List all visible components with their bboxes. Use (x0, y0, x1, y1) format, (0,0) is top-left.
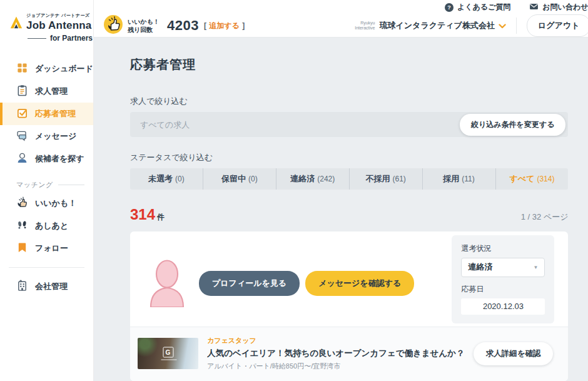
job-detail-button[interactable]: 求人詳細を確認 (474, 342, 554, 365)
tab-rejected[interactable]: 不採用 (61) (350, 168, 423, 190)
dashboard-icon (16, 62, 28, 76)
selection-status-value: 連絡済 (468, 262, 492, 273)
status-label: 選考状況 (461, 243, 545, 254)
select-arrow-icon: ▼ (534, 265, 539, 270)
sidebar: ジョブアンテナ パートナーズ Job Antenna for Partners (0, 0, 94, 381)
brand-logo[interactable]: ジョブアンテナ パートナーズ Job Antenna for Partners (0, 0, 93, 53)
job-info: カフェスタッフ 人気のベイエリア！気持ちの良いオープンカフェで働きませんか？ ア… (207, 336, 465, 371)
section-divider-line (58, 185, 84, 185)
building-icon (16, 280, 28, 293)
job-thumb-logo: G (163, 347, 173, 357)
sidebar-item-label: ダッシュボード (35, 63, 93, 74)
view-profile-button[interactable]: プロフィールを見る (199, 271, 300, 296)
question-icon: ? (445, 3, 454, 12)
footprints-icon (16, 219, 28, 233)
sidebar-divider (9, 267, 84, 268)
sidebar-item-label: フォロー (35, 243, 68, 254)
job-filter-input[interactable] (140, 120, 460, 130)
pagination: 1 / 32 ページ (521, 211, 569, 223)
logo-divider-line (28, 38, 46, 39)
sidebar-item-follow[interactable]: フォロー (0, 237, 93, 260)
company-name: 琉球インタラクティブ株式会社 (379, 20, 494, 31)
job-title: 人気のベイエリア！気持ちの良いオープンカフェで働きませんか？ (207, 348, 465, 359)
job-thumbnail-image[interactable]: G (138, 338, 198, 369)
job-category: カフェスタッフ (207, 336, 465, 345)
likes-badge-icon (104, 15, 123, 36)
checkbox-icon (16, 107, 28, 121)
logo-caption: ジョブアンテナ パートナーズ (26, 13, 92, 19)
company-selector[interactable]: 琉球インタラクティブ株式会社 (379, 20, 505, 31)
status-tabs: 未選考 (0) 保留中 (0) 連絡済 (242) 不採用 (61) 採用 (130, 168, 568, 190)
company-mini-logo: Ryukyu Interactive (355, 21, 375, 31)
tab-on-hold[interactable]: 保留中 (0) (203, 168, 276, 190)
chat-bubbles-icon (16, 130, 28, 143)
sidebar-item-label: 応募者管理 (35, 108, 76, 119)
sidebar-item-label: 求人管理 (35, 86, 68, 97)
apply-date-label: 応募日 (461, 284, 545, 295)
header: いいかも！ 残り回数 4203 [ 追加する ] Ryukyu Interact… (94, 14, 588, 38)
sidebar-item-applicants[interactable]: 応募者管理 (0, 103, 93, 125)
bookmark-icon (16, 241, 28, 255)
page-title: 応募者管理 (130, 56, 568, 73)
sidebar-item-label: 候補者を探す (35, 153, 84, 165)
topbar: ? よくあるご質問 お問い合わせ (94, 0, 588, 14)
status-filter-label: ステータスで絞り込む (130, 152, 568, 163)
likes-count: 4203 (167, 18, 199, 34)
likes-counter: いいかも！ 残り回数 4203 [ 追加する ] (104, 15, 245, 36)
app-window: ジョブアンテナ パートナーズ Job Antenna for Partners (0, 0, 588, 381)
add-label: 追加する (209, 21, 240, 30)
add-likes-link[interactable]: [ 追加する ] (204, 21, 245, 31)
applicant-card-top: プロフィールを見る メッセージを確認する 選考状況 連絡済 ▼ 応募日 2020… (130, 231, 568, 327)
tab-contacted[interactable]: 連絡済 (242) (276, 168, 350, 190)
applied-job-row: G カフェスタッフ 人気のベイエリア！気持ちの良いオープンカフェで働きませんか？… (130, 327, 568, 381)
sidebar-item-label: いいかも！ (35, 198, 76, 209)
main-content: 応募者管理 求人で絞り込む 絞り込み条件を変更する ステータスで絞り込む 未選考… (94, 38, 588, 381)
sidebar-section-matching: マッチング (16, 180, 84, 190)
antenna-logo-icon (9, 16, 24, 32)
tab-all[interactable]: すべて (314) (496, 168, 569, 190)
sidebar-item-company[interactable]: 会社管理 (0, 275, 93, 298)
header-divider (516, 18, 517, 34)
sidebar-item-label: メッセージ (35, 131, 76, 142)
job-meta: アルバイト・パート/時給850円〜/宜野湾市 (207, 362, 465, 371)
sidebar-item-label: あしあと (35, 220, 68, 231)
sidebar-item-messages[interactable]: メッセージ (0, 125, 93, 148)
likes-title: いいかも！ (128, 18, 160, 26)
bracket-close: ] (242, 21, 245, 30)
check-message-button[interactable]: メッセージを確認する (305, 271, 414, 296)
tab-hired[interactable]: 採用 (11) (423, 168, 496, 190)
selection-status-select[interactable]: 連絡済 ▼ (461, 258, 545, 277)
change-filter-button[interactable]: 絞り込み条件を変更する (460, 114, 565, 136)
logout-button[interactable]: ログアウト (527, 14, 588, 37)
thumbs-up-icon (16, 196, 28, 210)
sidebar-item-likes[interactable]: いいかも！ (0, 192, 93, 215)
result-unit: 件 (157, 212, 165, 223)
sidebar-item-search-candidates[interactable]: 候補者を探す (0, 148, 93, 170)
faq-label: よくあるご質問 (457, 2, 510, 13)
sidebar-item-dashboard[interactable]: ダッシュボード (0, 58, 93, 80)
tab-unscreened[interactable]: 未選考 (0) (130, 168, 203, 190)
job-filter-label: 求人で絞り込む (130, 96, 568, 107)
logo-tagline: for Partners (50, 34, 93, 43)
sidebar-item-jobs[interactable]: 求人管理 (0, 80, 93, 103)
sidebar-nav: ダッシュボード 求人管理 (0, 58, 93, 298)
apply-date-value: 2020.12.03 (461, 298, 545, 315)
applicant-card: プロフィールを見る メッセージを確認する 選考状況 連絡済 ▼ 応募日 2020… (130, 231, 568, 381)
person-icon (16, 152, 28, 166)
applicant-avatar (148, 258, 186, 310)
job-filter-bar: 絞り込み条件を変更する (130, 112, 568, 137)
chevron-down-icon (499, 21, 506, 31)
section-label: マッチング (16, 180, 53, 190)
mail-icon (529, 3, 539, 12)
likes-subtitle: 残り回数 (128, 26, 160, 34)
logo-title: Job Antenna (26, 19, 92, 32)
contact-link[interactable]: お問い合わせ (529, 2, 588, 13)
faq-link[interactable]: ? よくあるご質問 (445, 2, 510, 13)
result-count: 314 (130, 206, 155, 223)
selection-status-panel: 選考状況 連絡済 ▼ 応募日 2020.12.03 (452, 235, 554, 323)
bracket-open: [ (204, 21, 206, 30)
sidebar-item-label: 会社管理 (35, 281, 68, 292)
sidebar-item-footprints[interactable]: あしあと (0, 215, 93, 237)
clipboard-icon (16, 84, 28, 98)
contact-label: お問い合わせ (542, 2, 588, 13)
